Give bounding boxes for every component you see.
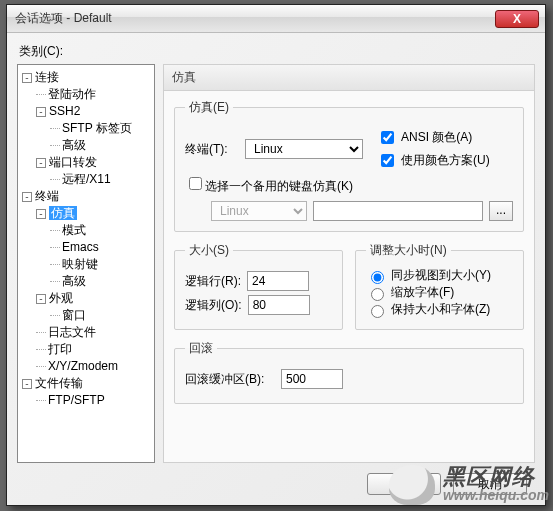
tree-advanced[interactable]: 高级 xyxy=(50,137,152,154)
tree-ftp-sftp[interactable]: FTP/SFTP xyxy=(36,392,152,409)
resize-scale-radio[interactable]: 缩放字体(F) xyxy=(366,284,513,301)
scrollback-legend: 回滚 xyxy=(185,340,217,357)
size-legend: 大小(S) xyxy=(185,242,233,259)
tree-terminal[interactable]: -终端 -仿真 模式 Emacs 映射键 高级 -外观 xyxy=(22,188,152,375)
ansi-color-check[interactable]: ANSI 颜色(A) xyxy=(377,128,490,147)
emulation-legend: 仿真(E) xyxy=(185,99,233,116)
cols-input[interactable] xyxy=(248,295,310,315)
emulation-group: 仿真(E) 终端(T): Linux ANSI 颜色(A) 使用颜色方案(U) xyxy=(174,99,524,232)
tree-login-actions[interactable]: 登陆动作 xyxy=(36,86,152,103)
ok-button[interactable]: 确定 xyxy=(367,473,441,495)
resize-sync-radio[interactable]: 同步视图到大小(Y) xyxy=(366,267,513,284)
terminal-select[interactable]: Linux xyxy=(245,139,363,159)
resize-legend: 调整大小时(N) xyxy=(366,242,451,259)
rows-input[interactable] xyxy=(247,271,309,291)
close-icon: X xyxy=(513,12,521,26)
tree-print[interactable]: 打印 xyxy=(36,341,152,358)
button-row: 确定 取消 xyxy=(17,463,535,495)
resize-keep-radio[interactable]: 保持大小和字体(Z) xyxy=(366,301,513,318)
tree-file-transfer[interactable]: -文件传输 FTP/SFTP xyxy=(22,375,152,409)
titlebar[interactable]: 会话选项 - Default X xyxy=(7,5,545,33)
tree-emacs[interactable]: Emacs xyxy=(50,239,152,256)
dialog-content: 类别(C): -连接 登陆动作 -SSH2 SFTP 标签页 高级 xyxy=(7,33,545,505)
window-title: 会话选项 - Default xyxy=(15,10,495,27)
tree-window[interactable]: 窗口 xyxy=(50,307,152,324)
category-label: 类别(C): xyxy=(19,43,533,60)
cols-label: 逻辑列(O): xyxy=(185,297,242,314)
panel-heading: 仿真 xyxy=(164,65,534,91)
tree-emulation[interactable]: -仿真 模式 Emacs 映射键 高级 xyxy=(36,205,152,290)
scrollback-label: 回滚缓冲区(B): xyxy=(185,371,275,388)
category-tree[interactable]: -连接 登陆动作 -SSH2 SFTP 标签页 高级 -端口转发 xyxy=(17,64,155,463)
tree-appearance[interactable]: -外观 窗口 xyxy=(36,290,152,324)
terminal-label: 终端(T): xyxy=(185,141,239,158)
tree-keymap[interactable]: 映射键 xyxy=(50,256,152,273)
rows-label: 逻辑行(R): xyxy=(185,273,241,290)
tree-xyzmodem[interactable]: X/Y/Zmodem xyxy=(36,358,152,375)
tree-mode[interactable]: 模式 xyxy=(50,222,152,239)
scrollback-group: 回滚 回滚缓冲区(B): xyxy=(174,340,524,404)
size-group: 大小(S) 逻辑行(R): 逻辑列(O): xyxy=(174,242,343,330)
alt-keyboard-check[interactable]: 选择一个备用的键盘仿真(K) xyxy=(185,174,353,195)
resize-group: 调整大小时(N) 同步视图到大小(Y) 缩放字体(F) 保持大小和字体(Z) xyxy=(355,242,524,330)
tree-ssh2[interactable]: -SSH2 SFTP 标签页 高级 xyxy=(36,103,152,154)
tree-logfile[interactable]: 日志文件 xyxy=(36,324,152,341)
use-color-scheme-check[interactable]: 使用颜色方案(U) xyxy=(377,151,490,170)
alt-keyboard-select: Linux xyxy=(211,201,307,221)
scrollback-input[interactable] xyxy=(281,369,343,389)
tree-connection[interactable]: -连接 登陆动作 -SSH2 SFTP 标签页 高级 -端口转发 xyxy=(22,69,152,188)
tree-port-forward[interactable]: -端口转发 远程/X11 xyxy=(36,154,152,188)
tree-advanced2[interactable]: 高级 xyxy=(50,273,152,290)
close-button[interactable]: X xyxy=(495,10,539,28)
settings-panel: 仿真 仿真(E) 终端(T): Linux ANSI 颜色(A) 使用颜色方案(… xyxy=(163,64,535,463)
cancel-button[interactable]: 取消 xyxy=(453,473,527,495)
tree-sftp-tab[interactable]: SFTP 标签页 xyxy=(50,120,152,137)
browse-button[interactable]: ... xyxy=(489,201,513,221)
tree-remote-x11[interactable]: 远程/X11 xyxy=(50,171,152,188)
alt-keyboard-input xyxy=(313,201,483,221)
session-options-dialog: 会话选项 - Default X 类别(C): -连接 登陆动作 -SSH2 S… xyxy=(6,4,546,506)
